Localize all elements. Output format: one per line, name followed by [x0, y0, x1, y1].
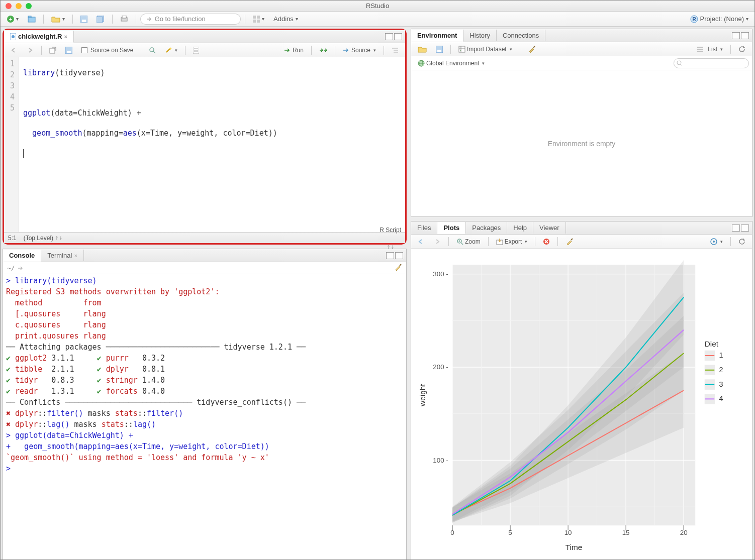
console-output[interactable]: > library(tidyverse)Registered S3 method…	[3, 274, 406, 559]
load-workspace-button[interactable]	[414, 44, 430, 54]
svg-text:|: |	[683, 525, 685, 530]
broom-icon	[565, 238, 574, 246]
svg-rect-1	[28, 16, 31, 18]
code-editor[interactable]: 12345 library(tidyverse) ggplot(data=Chi…	[4, 57, 405, 232]
show-in-new-window-button[interactable]	[46, 45, 60, 55]
language-selector[interactable]: R Script ⇡⇣	[380, 227, 401, 250]
refresh-env-button[interactable]	[735, 44, 749, 54]
env-empty-message: Environment is empty	[411, 70, 752, 216]
minimize-pane-icon[interactable]	[385, 33, 393, 40]
env-toolbar: Import Dataset List	[411, 42, 752, 56]
save-workspace-button[interactable]	[432, 44, 446, 54]
new-project-button[interactable]	[24, 14, 39, 24]
svg-rect-9	[257, 16, 260, 19]
minimize-plots-icon[interactable]	[732, 225, 740, 232]
env-view-mode[interactable]: List	[694, 44, 726, 54]
zoom-plot-button[interactable]: Zoom	[453, 237, 484, 247]
goto-arrow-icon	[146, 16, 153, 23]
env-search-input[interactable]	[674, 58, 749, 68]
save-source-button[interactable]	[62, 45, 76, 55]
source-on-save-checkbox[interactable]: Source on Save	[78, 45, 137, 55]
clear-env-button[interactable]	[524, 44, 539, 55]
main-toolbar: +▾ ▾ Go to file/function ▾ Addins ▾ R Pr…	[1, 12, 754, 27]
wd-arrow-icon[interactable]	[17, 265, 24, 271]
tab-plots[interactable]: Plots	[437, 222, 466, 234]
close-tab-icon[interactable]: ×	[64, 34, 67, 40]
maximize-plots-icon[interactable]	[741, 225, 749, 232]
refresh-plot-button[interactable]	[735, 237, 749, 247]
prev-plot-button[interactable]	[414, 237, 428, 246]
refresh-icon	[738, 238, 745, 245]
tab-history[interactable]: History	[463, 30, 496, 41]
zoom-icon	[456, 238, 463, 245]
source-tab-label: chickweight.R	[18, 33, 62, 40]
source-statusbar: 5:1 (Top Level) ⇡⇣ R Script ⇡⇣	[4, 232, 405, 243]
tab-help[interactable]: Help	[507, 222, 533, 234]
tab-terminal[interactable]: Terminal ×	[41, 250, 84, 261]
compile-report-button[interactable]	[190, 45, 203, 55]
svg-rect-11	[257, 20, 260, 23]
clear-console-button[interactable]	[394, 263, 402, 273]
open-file-button[interactable]: ▾	[48, 14, 68, 24]
tab-connections[interactable]: Connections	[497, 30, 545, 41]
environment-pane: Environment History Connections Import D…	[411, 29, 752, 217]
maximize-env-icon[interactable]	[741, 32, 749, 39]
run-button[interactable]: Run	[280, 45, 307, 55]
goto-placeholder: Go to file/function	[155, 15, 206, 23]
svg-text:|: |	[568, 525, 569, 530]
svg-rect-32	[459, 46, 465, 52]
source-tabs: chickweight.R ×	[4, 30, 405, 43]
publish-plot-button[interactable]	[707, 237, 726, 247]
minimize-env-icon[interactable]	[732, 32, 740, 39]
import-dataset-button[interactable]: Import Dataset	[455, 44, 516, 54]
source-tab-chickweight[interactable]: chickweight.R ×	[4, 31, 74, 43]
env-scope-selector[interactable]: Global Environment	[414, 58, 488, 68]
remove-plot-button[interactable]	[539, 237, 553, 247]
goto-file-function[interactable]: Go to file/function	[140, 14, 241, 25]
svg-point-15	[12, 35, 15, 38]
console-pane: Console Terminal × ~/ > library(tidyvers…	[3, 249, 407, 560]
code-tools-button[interactable]	[161, 45, 181, 55]
find-button[interactable]	[145, 45, 159, 55]
tab-viewer[interactable]: Viewer	[533, 222, 566, 234]
tab-packages[interactable]: Packages	[466, 222, 507, 234]
svg-line-20	[153, 51, 155, 53]
save-all-button[interactable]	[93, 14, 108, 24]
svg-rect-18	[67, 51, 71, 53]
addins-menu[interactable]: Addins ▾	[270, 14, 302, 24]
scope-selector[interactable]: (Top Level) ⇡⇣	[24, 235, 63, 242]
back-button[interactable]	[7, 46, 21, 55]
svg-rect-5	[97, 17, 103, 23]
maximize-console-icon[interactable]	[395, 252, 403, 259]
line-gutter: 12345	[4, 57, 19, 232]
svg-text:300 -: 300 -	[433, 270, 448, 278]
svg-line-29	[400, 264, 401, 266]
new-file-button[interactable]: +▾	[4, 14, 22, 24]
tab-console[interactable]: Console	[3, 250, 41, 262]
working-directory[interactable]: ~/	[7, 264, 15, 272]
project-menu[interactable]: R Project: (None) ▾	[687, 15, 751, 23]
export-plot-button[interactable]: Export	[493, 237, 531, 247]
rerun-button[interactable]	[316, 46, 331, 54]
svg-rect-16	[50, 48, 55, 53]
outline-button[interactable]	[388, 46, 402, 55]
svg-rect-8	[253, 16, 256, 19]
maximize-pane-icon[interactable]	[394, 33, 402, 40]
next-plot-button[interactable]	[430, 237, 444, 246]
source-button[interactable]: Source	[339, 45, 380, 55]
clear-plots-button[interactable]	[562, 236, 577, 247]
tab-files[interactable]: Files	[411, 222, 437, 234]
svg-rect-3	[82, 20, 86, 22]
minimize-console-icon[interactable]	[386, 252, 394, 259]
tab-environment[interactable]: Environment	[411, 30, 463, 42]
close-terminal-icon[interactable]: ×	[74, 253, 77, 259]
forward-button[interactable]	[23, 46, 37, 55]
svg-text:2: 2	[719, 366, 723, 374]
globe-icon	[418, 60, 425, 67]
grid-view-button[interactable]: ▾	[249, 14, 268, 24]
print-button[interactable]	[117, 14, 132, 24]
svg-rect-10	[253, 20, 256, 23]
svg-rect-31	[437, 50, 441, 52]
titlebar: RStudio	[1, 1, 754, 12]
save-button[interactable]	[77, 14, 91, 24]
